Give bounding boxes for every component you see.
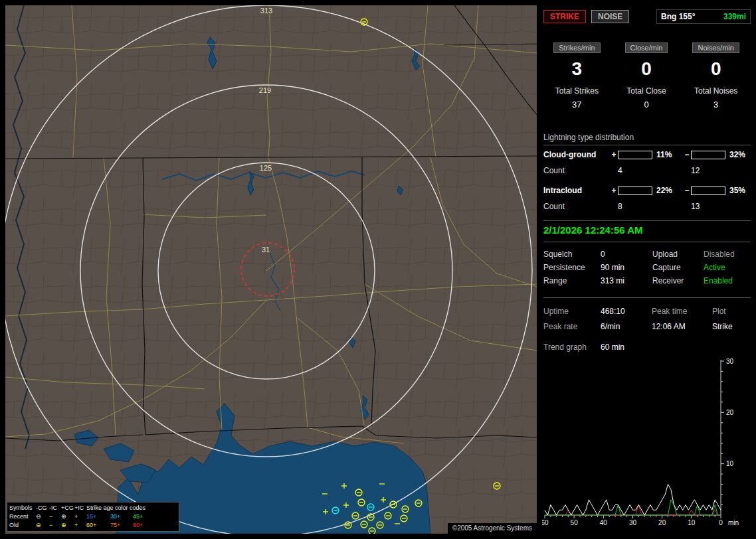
trend-axis-ticks	[545, 361, 724, 518]
ic-negative-bar	[691, 187, 725, 195]
totals-labels-row: Total Strikes Total Close Total Noises	[542, 86, 751, 96]
persistence-value: 90 min	[601, 263, 652, 272]
copyright-text: ©2005 Astrogenic Systems	[448, 523, 537, 534]
rate-buttons-row: Strikes/min Close/min Noises/min	[542, 42, 751, 53]
trend-graph-label: Trend graph	[543, 343, 601, 352]
legend-col-ic-pos: +IC	[74, 504, 86, 512]
svg-text:20: 20	[726, 409, 734, 416]
ic-neg-icon: −	[49, 512, 61, 521]
ic-positive-count: 8	[618, 202, 691, 211]
cloud-ground-row: Cloud-ground + 11% − 32%	[543, 150, 751, 159]
plus-sign: +	[610, 186, 618, 195]
squelch-label: Squelch	[543, 250, 601, 259]
capture-status: Active	[704, 263, 751, 272]
bearing-range-value: 339mi	[723, 12, 746, 21]
plot-label: Plot	[712, 307, 751, 316]
ic-negative-percent: 35%	[727, 186, 751, 195]
cg-neg-icon: ⊖	[36, 521, 49, 530]
peak-rate-label: Peak rate	[543, 322, 601, 331]
cg-pos-icon: ⊕	[61, 512, 74, 521]
strike-mode-button[interactable]: STRIKE	[543, 10, 586, 23]
bearing-value: Bng 155°	[661, 12, 695, 21]
ring-label-125: 125	[260, 164, 272, 172]
minus-sign: −	[683, 150, 691, 159]
legend-row-old-label: Old	[9, 521, 36, 530]
trend-series	[545, 485, 721, 515]
age-45: 45+	[133, 512, 155, 521]
mode-toolbar: STRIKE NOISE Bng 155° 339mi	[543, 9, 751, 24]
count-label: Count	[543, 202, 618, 211]
receiver-status: Enabled	[704, 276, 751, 285]
intracloud-count-row: Count 8 13	[543, 202, 751, 211]
receiver-label: Receiver	[652, 276, 704, 285]
close-per-min-value: 0	[612, 58, 682, 80]
settings-row-2: Persistence 90 min Capture Active	[543, 263, 751, 272]
legend-col-cg-pos: +CG	[61, 504, 74, 512]
legend-col-ic-neg: -IC	[49, 504, 61, 512]
minus-sign: −	[683, 186, 691, 195]
total-close-label: Total Close	[612, 86, 682, 96]
legend-symbols-header: Symbols	[9, 504, 36, 512]
close-per-min-button[interactable]: Close/min	[625, 42, 668, 53]
total-strikes-label: Total Strikes	[542, 86, 612, 96]
distribution-title: Lightning type distribution	[543, 133, 751, 145]
strikes-per-min-button[interactable]: Strikes/min	[553, 42, 600, 53]
svg-text:30: 30	[629, 519, 637, 526]
datetime-display: 2/1/2026 12:24:56 AM	[543, 224, 643, 236]
age-30: 30+	[110, 512, 133, 521]
trend-series-total-strikes	[545, 485, 721, 515]
total-strikes-value: 37	[542, 100, 612, 110]
svg-text:0: 0	[719, 519, 723, 526]
trend-series-intracloud	[545, 500, 721, 515]
svg-text:10: 10	[688, 519, 696, 526]
ic-negative-count: 13	[691, 202, 751, 211]
cg-positive-bar	[618, 151, 652, 159]
cg-positive-count: 4	[618, 166, 691, 175]
age-60: 60+	[86, 521, 110, 530]
ic-positive-percent: 22%	[654, 186, 683, 195]
noises-per-min-button[interactable]: Noises/min	[692, 42, 739, 53]
total-noises-label: Total Noises	[681, 86, 751, 96]
ic-neg-icon: −	[49, 521, 61, 530]
peak-rate-value: 6/min	[601, 322, 652, 331]
trend-graph-value: 60 min	[601, 343, 624, 352]
bearing-readout: Bng 155° 339mi	[656, 9, 751, 24]
uptime-value: 468:10	[601, 307, 652, 316]
noise-mode-button[interactable]: NOISE	[591, 10, 629, 23]
stats-row-1: Uptime 468:10 Peak time Plot	[543, 307, 751, 316]
plus-sign: +	[610, 150, 618, 159]
map-canvas: 313 219 125 31	[5, 5, 537, 534]
cloud-ground-label: Cloud-ground	[543, 150, 610, 159]
trend-axis-labels: 1020306050403020100min	[542, 358, 739, 527]
cg-negative-bar	[691, 151, 725, 159]
svg-text:50: 50	[571, 519, 579, 526]
upload-label: Upload	[652, 250, 704, 259]
count-label: Count	[543, 166, 618, 175]
uptime-label: Uptime	[543, 307, 601, 316]
capture-label: Capture	[652, 263, 704, 272]
age-15: 15+	[86, 512, 110, 521]
cg-negative-percent: 32%	[727, 150, 751, 159]
svg-text:40: 40	[600, 519, 608, 526]
ring-label-31: 31	[262, 246, 270, 254]
trend-graph-row: Trend graph 60 min	[543, 343, 624, 352]
settings-row-1: Squelch 0 Upload Disabled	[543, 250, 751, 259]
map-legend: Symbols -CG -IC +CG +IC Strike age color…	[7, 502, 179, 532]
lightning-map[interactable]: 313 219 125 31 Symbols -CG -IC +CG +IC S…	[5, 5, 537, 534]
cg-neg-icon: ⊖	[36, 512, 49, 521]
total-close-value: 0	[612, 100, 682, 110]
intracloud-row: Intracloud + 22% − 35%	[543, 186, 751, 195]
peak-time-label: Peak time	[652, 307, 712, 316]
cg-positive-percent: 11%	[654, 150, 683, 159]
svg-text:30: 30	[726, 358, 734, 365]
ic-pos-icon: +	[74, 521, 86, 530]
squelch-value: 0	[601, 250, 652, 259]
plot-value: Strike	[712, 322, 751, 331]
strikes-per-min-value: 3	[542, 58, 612, 80]
ring-label-219: 219	[259, 86, 271, 94]
legend-row-recent-label: Recent	[9, 512, 36, 521]
trend-graph: 1020306050403020100min	[542, 356, 741, 531]
ring-label-313: 313	[260, 7, 272, 15]
range-value: 313 mi	[601, 276, 652, 285]
totals-values-row: 37 0 3	[542, 100, 751, 110]
